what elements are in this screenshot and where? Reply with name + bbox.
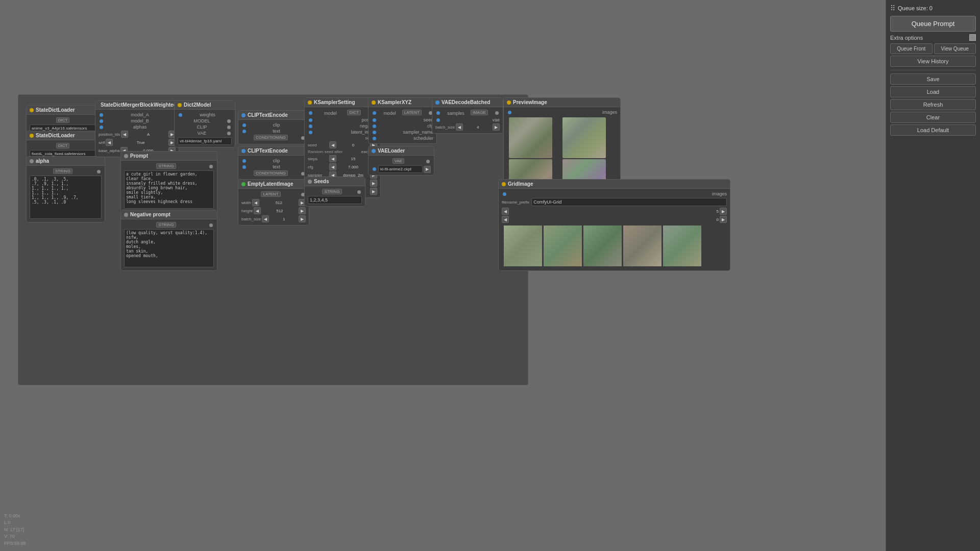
image-badge-vaedec: IMAGE bbox=[471, 110, 488, 115]
node-neg-prompt: Negative prompt STRING (low quality, wor… bbox=[120, 210, 217, 271]
node-neg-prompt-header: Negative prompt bbox=[121, 210, 217, 219]
arrow-left-height[interactable]: ◀ bbox=[254, 207, 261, 214]
right-panel: ⠿ Queue size: 0 Queue Prompt Extra optio… bbox=[886, 0, 980, 551]
node-dot-vaeload bbox=[372, 149, 376, 153]
clear-button[interactable]: Clear bbox=[890, 112, 976, 123]
string-badge-alpha: STRING bbox=[53, 168, 72, 174]
string-badge-prompt: STRING bbox=[156, 163, 176, 169]
status-line-3: N: 17 [17] bbox=[4, 527, 26, 534]
arrow-left-batchdec[interactable]: ◀ bbox=[456, 123, 463, 131]
port-out-neg bbox=[209, 223, 213, 227]
node-vae-loader: VAELoader VAE ▶ bbox=[368, 146, 434, 176]
latent-badge-xyz: LATENT bbox=[402, 110, 422, 115]
arrow-right-denoise[interactable]: ▶ bbox=[370, 188, 377, 195]
status-bar: T: 0.00x L:0 N: 17 [17] V: 70 FPS:59.88 bbox=[4, 513, 26, 547]
port-in-xyz-cfg bbox=[373, 124, 376, 128]
port-out-prompt bbox=[209, 165, 213, 168]
node-grid-image-body: images filename_prefix ◀ 5 ▶ ◀ 0 ▶ bbox=[499, 189, 730, 270]
node-dot-seeds bbox=[308, 180, 312, 184]
port-out-seeds bbox=[357, 190, 361, 194]
port-in-vaedec-samples bbox=[436, 111, 440, 115]
conditioning-badge-1: CONDITIONING bbox=[254, 135, 288, 140]
node-clip-encode-2: CLIPTextEncode clip text CONDITIONING bbox=[238, 146, 309, 180]
queue-front-button[interactable]: Queue Front bbox=[890, 43, 933, 54]
node-preview-image-header: PreviewImage bbox=[504, 98, 620, 107]
dict2model-input[interactable] bbox=[178, 137, 232, 145]
node-empty-latent-header: EmptyLatentImage bbox=[238, 180, 309, 189]
node-prompt-header: Prompt bbox=[121, 152, 217, 161]
refresh-button[interactable]: Refresh bbox=[890, 99, 976, 110]
port-out-model bbox=[227, 119, 231, 123]
extra-options-checkbox[interactable] bbox=[969, 34, 976, 41]
node-vae-decode-batched-header: VAEDecodeBatched bbox=[432, 98, 503, 107]
status-line-5: FPS:59.88 bbox=[4, 540, 26, 547]
arrow-right-batchdec[interactable]: ▶ bbox=[493, 123, 500, 131]
node-dot-grid bbox=[502, 182, 506, 186]
arrow-right-batch[interactable]: ▶ bbox=[299, 215, 306, 222]
load-default-button[interactable]: Load Default bbox=[890, 124, 976, 136]
node-statedict-merger: StateDictMergerBlockWeighted model_A mod… bbox=[95, 100, 179, 157]
node-ksampler-xyz-header: KSamplerXYZ bbox=[369, 98, 436, 107]
grid-filename-input[interactable] bbox=[531, 198, 727, 206]
view-queue-button[interactable]: View Queue bbox=[934, 43, 976, 54]
node-neg-prompt-body: STRING (low quality, worst quality:1.4),… bbox=[121, 219, 217, 270]
node-statedict-merger-header: StateDictMergerBlockWeighted bbox=[95, 101, 179, 110]
port-out-clip bbox=[227, 126, 231, 129]
port-in-ks-pos bbox=[309, 118, 312, 122]
node-dict2model-header: Dict2Model bbox=[175, 101, 235, 110]
arrow-left-cfg[interactable]: ◀ bbox=[329, 163, 336, 170]
node-dot-vaedec bbox=[435, 101, 439, 105]
dict-badge-1: DICT bbox=[56, 117, 70, 123]
alpha-textarea[interactable]: .0, .1, .3, .5, .7, .9, 1., 1., 1., 1., … bbox=[30, 176, 102, 219]
arrow-right-sched[interactable]: ▶ bbox=[370, 180, 377, 187]
port-in-xyz-model bbox=[373, 111, 376, 115]
vae-loader-input[interactable] bbox=[378, 165, 423, 173]
arrow-left-batch[interactable]: ◀ bbox=[262, 215, 269, 222]
port-in-vae-name bbox=[373, 167, 376, 171]
port-in-text2 bbox=[242, 165, 246, 169]
grid-img-sm-2 bbox=[544, 226, 582, 266]
arrow-right-height[interactable]: ▶ bbox=[299, 207, 306, 214]
port-in-clip2 bbox=[242, 159, 246, 163]
arrow-left-grid-step[interactable]: ◀ bbox=[502, 208, 509, 215]
arrow-left-width[interactable]: ◀ bbox=[252, 199, 259, 206]
node-statedict-merger-body: model_A model_B alphas position_ids ◀ A bbox=[95, 110, 179, 157]
port-in-model-a bbox=[100, 113, 103, 117]
node-dot-2 bbox=[30, 134, 34, 138]
queue-front-view-queue-row: Queue Front View Queue bbox=[890, 43, 976, 54]
node-dot-alpha bbox=[30, 159, 34, 163]
port-in-xyz-seed bbox=[373, 118, 376, 122]
canvas-area: StateDictLoader DICT StateDictLoader bbox=[0, 0, 886, 551]
save-button[interactable]: Save bbox=[890, 73, 976, 85]
arrow-right-grid-step2[interactable]: ▶ bbox=[720, 216, 727, 223]
port-row-alpha: STRING bbox=[30, 168, 102, 176]
arrow-vae-loader[interactable]: ▶ bbox=[424, 166, 431, 173]
port-in-xyz-sampler bbox=[373, 131, 376, 134]
arrow-left-grid-step2[interactable]: ◀ bbox=[502, 216, 509, 223]
preview-img-2 bbox=[562, 117, 606, 158]
port-out-image bbox=[495, 111, 499, 115]
node-canvas[interactable]: StateDictLoader DICT StateDictLoader bbox=[18, 94, 528, 385]
view-history-button[interactable]: View History bbox=[890, 56, 976, 67]
extra-options-label: Extra options bbox=[890, 35, 923, 41]
prompt-textarea[interactable]: a cute girl in flower garden, clear face… bbox=[124, 170, 214, 209]
arrow-left-seed[interactable]: ◀ bbox=[329, 141, 336, 148]
node-dict2model-body: weights MODEL CLIP VAE bbox=[175, 110, 235, 147]
node-statedict-loader-2-header: StateDictLoader bbox=[27, 131, 105, 140]
arrow-left-self[interactable]: ◀ bbox=[106, 139, 113, 146]
neg-prompt-textarea[interactable]: (low quality, worst quality:1.4), nsfw, … bbox=[124, 229, 214, 267]
grid-img-sm-5 bbox=[663, 226, 701, 266]
arrow-left-steps[interactable]: ◀ bbox=[329, 155, 336, 162]
queue-prompt-button[interactable]: Queue Prompt bbox=[890, 16, 976, 32]
node-seeds-body: STRING bbox=[305, 186, 365, 206]
arrow-right-grid-step[interactable]: ▶ bbox=[720, 208, 727, 215]
node-clip-encode-1-body: clip text CONDITIONING bbox=[238, 120, 309, 144]
node-ksampler-xyz-body: model LATENT seed cfg sampler_name bbox=[369, 107, 436, 143]
port-in-clip1 bbox=[242, 123, 246, 127]
divider-1 bbox=[890, 70, 976, 70]
seeds-input[interactable] bbox=[308, 196, 362, 204]
load-button[interactable]: Load bbox=[890, 86, 976, 97]
string-badge-seeds: STRING bbox=[322, 189, 341, 194]
arrow-left-pos[interactable]: ◀ bbox=[121, 131, 128, 138]
node-clip-encode-2-header: CLIPTextEncode bbox=[238, 146, 309, 156]
